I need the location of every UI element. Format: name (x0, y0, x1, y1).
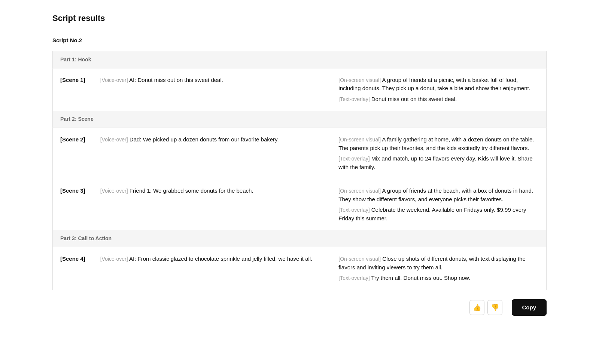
voiceover-label: [Voice-over] (100, 256, 128, 262)
script-label: Script No.2 (52, 36, 547, 45)
page-title: Script results (52, 12, 547, 24)
voiceover-label: [Voice-over] (100, 77, 128, 83)
text-overlay-block: [Text-overlay] Celebrate the weekend. Av… (338, 206, 539, 223)
text-overlay-label: [Text-overlay] (338, 96, 370, 102)
voiceover-cell: [Voice-over] AI: Donut miss out on this … (93, 68, 331, 111)
bottom-actions: 👍 👎 Copy (52, 299, 547, 319)
divider (507, 302, 507, 313)
table-row: [Scene 4][Voice-over] AI: From classic g… (53, 247, 547, 290)
voiceover-text: AI: From classic glazed to chocolate spr… (129, 256, 312, 262)
visual-cell: [On-screen visual] A group of friends at… (331, 179, 546, 230)
voiceover-text: AI: Donut miss out on this sweet deal. (129, 77, 223, 83)
visual-cell: [On-screen visual] Close up shots of dif… (331, 247, 546, 290)
onscreen-visual-block: [On-screen visual] Close up shots of dif… (338, 255, 539, 272)
voiceover-text: Friend 1: We grabbed some donuts for the… (130, 187, 253, 194)
thumbdown-icon: 👎 (491, 303, 499, 312)
onscreen-visual-label: [On-screen visual] (338, 188, 381, 194)
text-overlay-text: Try them all. Donut miss out. Shop now. (371, 275, 470, 281)
thumbup-button[interactable]: 👍 (469, 300, 484, 315)
text-overlay-label: [Text-overlay] (338, 207, 370, 213)
visual-cell: [On-screen visual] A group of friends at… (331, 68, 546, 111)
section-header-row: Part 2: Scene (53, 111, 547, 128)
text-overlay-label: [Text-overlay] (338, 275, 370, 281)
text-overlay-block: [Text-overlay] Donut miss out on this sw… (338, 95, 539, 104)
onscreen-visual-block: [On-screen visual] A family gathering at… (338, 135, 539, 152)
voiceover-cell: [Voice-over] Dad: We picked up a dozen d… (93, 128, 331, 179)
onscreen-visual-label: [On-screen visual] (338, 77, 381, 83)
voiceover-cell: [Voice-over] Friend 1: We grabbed some d… (93, 179, 331, 230)
text-overlay-label: [Text-overlay] (338, 156, 370, 162)
thumbdown-button[interactable]: 👎 (487, 300, 502, 315)
page-container: Script results Script No.2 Part 1: Hook[… (37, 0, 562, 334)
onscreen-visual-label: [On-screen visual] (338, 137, 381, 143)
voiceover-label: [Voice-over] (100, 188, 128, 194)
onscreen-visual-block: [On-screen visual] A group of friends at… (338, 187, 539, 204)
table-row: [Scene 3][Voice-over] Friend 1: We grabb… (53, 179, 547, 230)
scene-id-cell: [Scene 3] (53, 179, 93, 230)
voiceover-text: Dad: We picked up a dozen donuts from ou… (130, 136, 279, 143)
visual-cell: [On-screen visual] A family gathering at… (331, 128, 546, 179)
section-header-row: Part 1: Hook (53, 51, 547, 68)
copy-button[interactable]: Copy (512, 299, 547, 316)
onscreen-visual-label: [On-screen visual] (338, 256, 381, 262)
onscreen-visual-block: [On-screen visual] A group of friends at… (338, 76, 539, 93)
scene-id-cell: [Scene 1] (53, 68, 93, 111)
section-header-cell: Part 1: Hook (53, 51, 547, 68)
voiceover-cell: [Voice-over] AI: From classic glazed to … (93, 247, 331, 290)
thumbup-icon: 👍 (473, 303, 481, 312)
scene-id-cell: [Scene 2] (53, 128, 93, 179)
table-row: [Scene 1][Voice-over] AI: Donut miss out… (53, 68, 547, 111)
voiceover-label: [Voice-over] (100, 137, 128, 143)
section-header-cell: Part 2: Scene (53, 111, 547, 128)
scene-id-cell: [Scene 4] (53, 247, 93, 290)
text-overlay-block: [Text-overlay] Try them all. Donut miss … (338, 274, 539, 282)
section-header-cell: Part 3: Call to Action (53, 230, 547, 247)
section-header-row: Part 3: Call to Action (53, 230, 547, 247)
text-overlay-text: Donut miss out on this sweet deal. (371, 96, 457, 102)
text-overlay-block: [Text-overlay] Mix and match, up to 24 f… (338, 155, 539, 171)
script-table: Part 1: Hook[Scene 1][Voice-over] AI: Do… (52, 51, 547, 290)
table-row: [Scene 2][Voice-over] Dad: We picked up … (53, 128, 547, 179)
